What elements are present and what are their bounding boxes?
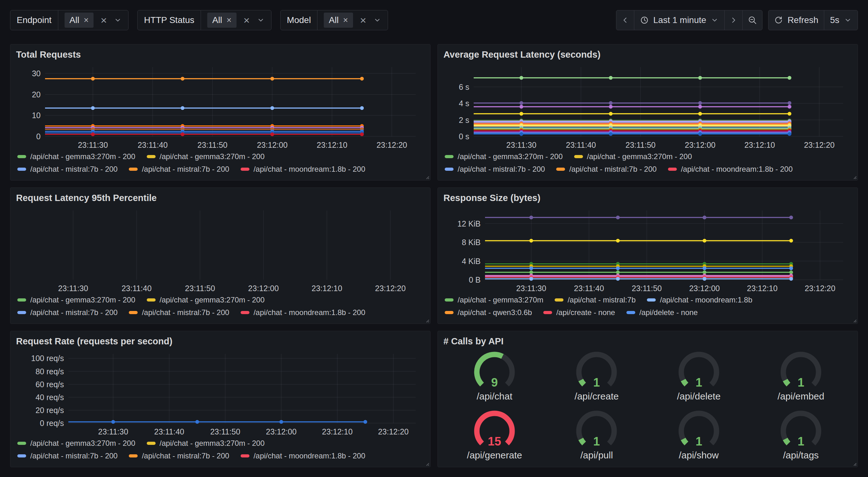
legend-item[interactable]: /api/chat - gemma3:270m - 200 — [17, 296, 135, 304]
legend-item[interactable]: /api/chat - gemma3:270m - 200 — [147, 296, 265, 304]
y-tick-label: 0 B — [469, 275, 480, 284]
legend-item[interactable]: /api/chat - mistral:7b - 200 — [556, 165, 656, 174]
legend-label: /api/chat - mistral:7b - 200 — [142, 165, 229, 174]
legend-item[interactable]: /api/chat - gemma3:270m - 200 — [445, 152, 563, 161]
panel-title[interactable]: # Calls by API — [443, 335, 852, 347]
chip-remove-icon[interactable]: × — [343, 16, 348, 25]
data-point — [181, 77, 185, 81]
data-point — [519, 112, 523, 116]
line-chart[interactable]: 23:11:3023:11:4023:11:5023:12:0023:12:10… — [443, 63, 852, 150]
clear-filter-icon[interactable]: × — [244, 15, 250, 26]
legend-item[interactable]: /api/chat - gemma3:270m - 200 — [17, 439, 135, 448]
time-shift-back-button[interactable] — [616, 10, 634, 30]
legend-item[interactable]: /api/chat - gemma3:270m — [445, 296, 543, 304]
panel-title[interactable]: Request Latency 95th Percentile — [16, 192, 425, 204]
data-point — [360, 132, 364, 137]
legend-label: /api/chat - mistral:7b - 200 — [458, 165, 545, 174]
legend-label: /api/chat - gemma3:270m - 200 — [30, 439, 135, 448]
x-tick-label: 23:12:10 — [311, 284, 342, 293]
x-tick-label: 23:11:50 — [625, 141, 655, 149]
legend-label: /api/chat - moondream:1.8b - 200 — [253, 308, 365, 317]
panel-resize-handle[interactable] — [851, 461, 857, 466]
line-chart[interactable]: 23:11:3023:11:4023:11:5023:12:0023:12:10… — [16, 63, 425, 150]
y-tick-label: 80 req/s — [36, 367, 64, 376]
refresh-interval-button[interactable]: 5s — [824, 10, 858, 30]
panel-title[interactable]: Total Requests — [16, 49, 425, 60]
legend-item[interactable]: /api/chat - moondream:1.8b — [647, 296, 752, 304]
legend-label: /api/chat - gemma3:270m - 200 — [160, 152, 265, 161]
filter-chip[interactable]: All × — [324, 12, 353, 28]
data-point — [91, 132, 95, 137]
data-point — [609, 76, 613, 80]
legend-item[interactable]: /api/chat - moondream:1.8b - 200 — [241, 451, 365, 460]
panel-resize-handle[interactable] — [424, 461, 429, 466]
filter-value-picker[interactable]: All × × — [317, 10, 388, 30]
filter-chip[interactable]: All × — [65, 12, 94, 28]
clear-filter-icon[interactable]: × — [360, 15, 366, 26]
legend-item[interactable]: /api/chat - mistral:7b - 200 — [129, 451, 229, 460]
legend-item[interactable]: /api/chat - mistral:7b - 200 — [445, 165, 545, 174]
x-tick-label: 23:11:50 — [210, 427, 240, 436]
legend-item[interactable]: /api/chat - mistral:7b - 200 — [17, 451, 118, 460]
legend: /api/chat - gemma3:270m - 200/api/chat -… — [443, 152, 852, 174]
zoom-out-button[interactable] — [742, 10, 763, 30]
legend-label: /api/chat - mistral:7b — [567, 296, 636, 304]
chip-remove-icon[interactable]: × — [84, 16, 89, 25]
chevron-down-icon[interactable] — [373, 16, 381, 24]
panel-request-rate: Request Rate (requests per second) 23:11… — [10, 331, 431, 467]
legend-item[interactable]: /api/chat - mistral:7b - 200 — [129, 308, 229, 317]
legend-item[interactable]: /api/create - none — [543, 308, 615, 317]
line-chart[interactable]: 23:11:3023:11:4023:11:5023:12:0023:12:10… — [16, 349, 425, 437]
legend-item[interactable]: /api/chat - gemma3:270m - 200 — [147, 439, 265, 448]
panel-resize-handle[interactable] — [424, 174, 429, 179]
panel-title[interactable]: Response Size (bytes) — [443, 192, 852, 204]
time-range-picker-button[interactable]: Last 1 minute — [634, 10, 725, 30]
gauge-value: 1 — [798, 435, 804, 448]
data-point — [609, 132, 613, 136]
chip-remove-icon[interactable]: × — [226, 16, 231, 25]
filter-chip[interactable]: All × — [207, 12, 237, 28]
y-tick-label: 10 — [32, 111, 41, 120]
legend-item[interactable]: /api/chat - moondream:1.8b - 200 — [241, 165, 365, 174]
line-chart[interactable]: 23:11:3023:11:4023:11:5023:12:0023:12:10… — [443, 206, 852, 294]
panel-resize-handle[interactable] — [424, 318, 429, 323]
legend-item[interactable]: /api/chat - moondream:1.8b - 200 — [668, 165, 793, 174]
panel-resize-handle[interactable] — [851, 318, 857, 323]
legend-item[interactable]: /api/chat - mistral:7b - 200 — [17, 308, 118, 317]
gauge-arc: 15 — [466, 410, 523, 449]
filter-value-picker[interactable]: All × × — [201, 10, 271, 30]
line-chart[interactable]: 23:11:3023:11:4023:11:5023:12:0023:12:10… — [16, 206, 425, 294]
legend-item[interactable]: /api/chat - mistral:7b — [555, 296, 636, 304]
gauge-value: 1 — [695, 435, 702, 448]
legend-swatch — [147, 442, 156, 445]
legend-item[interactable]: /api/chat - gemma3:270m - 200 — [147, 152, 265, 161]
legend-row: /api/chat - gemma3:270m - 200/api/chat -… — [17, 439, 425, 448]
filter-value-picker[interactable]: All × × — [58, 10, 128, 30]
chevron-down-icon[interactable] — [114, 16, 122, 24]
legend-swatch — [147, 155, 156, 158]
legend-item[interactable]: /api/delete - none — [626, 308, 698, 317]
legend-row: /api/chat - mistral:7b - 200/api/chat - … — [17, 165, 425, 174]
chevron-down-icon[interactable] — [257, 16, 265, 24]
data-point — [698, 105, 702, 109]
chevron-down-icon — [844, 16, 852, 24]
clear-filter-icon[interactable]: × — [100, 15, 107, 26]
legend-item[interactable]: /api/chat - gemma3:270m - 200 — [17, 152, 135, 161]
legend-item[interactable]: /api/chat - mistral:7b - 200 — [17, 165, 118, 174]
gauge-value-arc — [683, 439, 686, 443]
legend-item[interactable]: /api/chat - gemma3:270m - 200 — [574, 152, 692, 161]
legend-item[interactable]: /api/chat - moondream:1.8b - 200 — [241, 308, 365, 317]
gauge-arc: 1 — [671, 410, 727, 449]
panel-resize-handle[interactable] — [851, 174, 857, 179]
data-point — [789, 277, 793, 281]
data-point — [703, 270, 707, 274]
legend-swatch — [626, 311, 635, 314]
gauge-label: /api/chat — [476, 391, 512, 402]
time-shift-forward-button[interactable] — [724, 10, 743, 30]
legend-item[interactable]: /api/chat - mistral:7b - 200 — [129, 165, 229, 174]
legend-item[interactable]: /api/chat - qwen3:0.6b — [445, 308, 532, 317]
refresh-button[interactable]: Refresh — [768, 10, 824, 30]
gauge-value-arc — [785, 439, 788, 443]
panel-title[interactable]: Request Rate (requests per second) — [16, 335, 425, 347]
panel-title[interactable]: Average Request Latency (seconds) — [443, 49, 852, 60]
